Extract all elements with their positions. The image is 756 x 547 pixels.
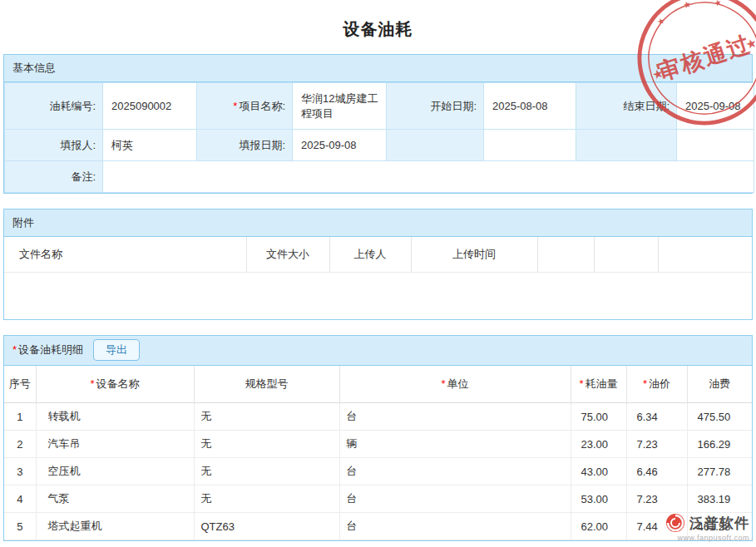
col-unit: *单位 bbox=[339, 366, 571, 403]
table-cell: 无 bbox=[194, 431, 339, 458]
table-cell: 汽车吊 bbox=[36, 431, 194, 458]
table-cell: 台 bbox=[339, 485, 571, 513]
brand-logo-icon bbox=[665, 513, 685, 533]
details-title: *设备油耗明细 bbox=[12, 342, 83, 357]
field-label-start-date: 开始日期: bbox=[387, 83, 484, 130]
basic-info-header: 基本信息 bbox=[4, 55, 752, 82]
page-title: 设备油耗 bbox=[0, 0, 756, 54]
col-fuel-price: *油价 bbox=[626, 366, 687, 403]
col-fuel-amount: *耗油量 bbox=[571, 366, 626, 403]
field-label-empty-2 bbox=[576, 130, 677, 161]
table-cell: 转载机 bbox=[36, 403, 194, 431]
attach-col-empty-1 bbox=[537, 237, 594, 272]
table-cell: 5 bbox=[4, 513, 36, 540]
table-cell: 台 bbox=[339, 458, 571, 485]
required-marker-icon: * bbox=[12, 343, 17, 356]
table-cell: 6.34 bbox=[626, 403, 687, 431]
field-label-end-date: 结束日期: bbox=[576, 83, 677, 130]
details-table: 序号 *设备名称 规格型号 *单位 *耗油量 *油价 油费 1转载机无台75.0… bbox=[4, 366, 752, 541]
field-label-report-date: 填报日期: bbox=[197, 130, 293, 161]
required-marker-icon: * bbox=[233, 100, 237, 112]
table-cell: 台 bbox=[339, 513, 571, 540]
table-cell: 辆 bbox=[339, 431, 571, 458]
col-fuel-cost: 油费 bbox=[687, 366, 752, 403]
table-cell: 166.29 bbox=[687, 431, 752, 458]
col-model: 规格型号 bbox=[194, 366, 339, 403]
table-cell: 台 bbox=[339, 403, 571, 431]
table-cell: 43.00 bbox=[571, 458, 626, 485]
brand-url: www.fanpusoft.com bbox=[665, 534, 749, 542]
details-header-row: 序号 *设备名称 规格型号 *单位 *耗油量 *油价 油费 bbox=[4, 366, 752, 403]
attach-col-uploadtime: 上传时间 bbox=[411, 237, 537, 272]
table-row: 5塔式起重机QTZ63台62.007.44461.28 bbox=[4, 513, 752, 540]
page: 设备油耗 基本信息 油耗编号: 2025090002 *项目名称: 华润12城房… bbox=[0, 0, 756, 547]
field-label-remarks: 备注: bbox=[5, 161, 103, 193]
required-marker-icon: * bbox=[643, 377, 647, 390]
required-marker-icon: * bbox=[90, 377, 94, 390]
field-value-fuel-no: 2025090002 bbox=[103, 83, 197, 130]
attachments-table: 文件名称 文件大小 上传人 上传时间 bbox=[4, 237, 752, 273]
export-button[interactable]: 导出 bbox=[93, 339, 140, 361]
basic-info-panel: 基本信息 油耗编号: 2025090002 *项目名称: 华润12城房建工程项目… bbox=[3, 54, 753, 194]
table-cell: QTZ63 bbox=[194, 513, 339, 540]
field-value-report-date: 2025-09-08 bbox=[293, 130, 387, 161]
details-header-bar: *设备油耗明细 导出 bbox=[4, 336, 752, 366]
table-cell: 62.00 bbox=[571, 513, 626, 540]
field-value-start-date: 2025-08-08 bbox=[484, 83, 576, 130]
table-cell: 3 bbox=[4, 458, 36, 485]
field-value-empty-2 bbox=[677, 130, 754, 161]
table-cell: 1 bbox=[4, 403, 36, 431]
basic-info-table: 油耗编号: 2025090002 *项目名称: 华润12城房建工程项目 开始日期… bbox=[4, 82, 754, 193]
table-cell: 空压机 bbox=[36, 458, 194, 485]
attach-col-uploader: 上传人 bbox=[329, 237, 411, 272]
attach-col-filesize: 文件大小 bbox=[246, 237, 329, 272]
table-cell: 6.46 bbox=[626, 458, 687, 485]
table-row: 2汽车吊无辆23.007.23166.29 bbox=[4, 431, 752, 458]
table-cell: 7.23 bbox=[626, 431, 687, 458]
table-cell: 23.00 bbox=[571, 431, 626, 458]
required-marker-icon: * bbox=[579, 377, 583, 390]
field-value-project-name: 华润12城房建工程项目 bbox=[293, 83, 387, 130]
details-table-body: 1转载机无台75.006.34475.502汽车吊无辆23.007.23166.… bbox=[4, 403, 752, 540]
attach-col-empty-2 bbox=[594, 237, 658, 272]
brand-name: 泛普软件 bbox=[689, 514, 749, 533]
table-cell: 无 bbox=[194, 458, 339, 485]
footer-brand: 泛普软件 www.fanpusoft.com bbox=[665, 513, 749, 542]
attachments-header: 附件 bbox=[4, 209, 752, 237]
table-row: 4气泵无台53.007.23383.19 bbox=[4, 485, 752, 513]
table-cell: 277.78 bbox=[687, 458, 752, 485]
field-label-project-name: *项目名称: bbox=[197, 83, 293, 130]
field-value-reporter: 柯英 bbox=[103, 130, 197, 161]
required-marker-icon: * bbox=[441, 377, 445, 390]
field-value-remarks bbox=[103, 161, 754, 193]
field-value-end-date: 2025-09-08 bbox=[677, 83, 754, 130]
field-label-fuel-no: 油耗编号: bbox=[5, 83, 103, 130]
table-cell: 2 bbox=[4, 431, 36, 458]
attach-col-filename: 文件名称 bbox=[4, 237, 246, 272]
table-cell: 383.19 bbox=[687, 485, 752, 513]
table-cell: 塔式起重机 bbox=[36, 513, 194, 540]
field-label-empty-1 bbox=[387, 130, 484, 161]
details-panel: *设备油耗明细 导出 序号 *设备名称 规格型号 *单位 *耗油量 *油价 油费… bbox=[3, 335, 753, 542]
table-cell: 气泵 bbox=[36, 485, 194, 513]
col-index: 序号 bbox=[4, 366, 36, 403]
table-cell: 53.00 bbox=[571, 485, 626, 513]
field-value-empty-1 bbox=[484, 130, 576, 161]
attachments-empty-area bbox=[4, 273, 752, 319]
attach-col-empty-3 bbox=[658, 237, 752, 272]
col-device-name: *设备名称 bbox=[36, 366, 194, 403]
table-cell: 4 bbox=[4, 485, 36, 513]
table-cell: 无 bbox=[194, 485, 339, 513]
table-cell: 无 bbox=[194, 403, 339, 431]
table-cell: 7.23 bbox=[626, 485, 687, 513]
table-cell: 75.00 bbox=[571, 403, 626, 431]
field-label-reporter: 填报人: bbox=[5, 130, 103, 161]
attachments-panel: 附件 文件名称 文件大小 上传人 上传时间 bbox=[3, 209, 753, 320]
table-cell: 475.50 bbox=[687, 403, 752, 431]
table-row: 3空压机无台43.006.46277.78 bbox=[4, 458, 752, 485]
table-row: 1转载机无台75.006.34475.50 bbox=[4, 403, 752, 431]
